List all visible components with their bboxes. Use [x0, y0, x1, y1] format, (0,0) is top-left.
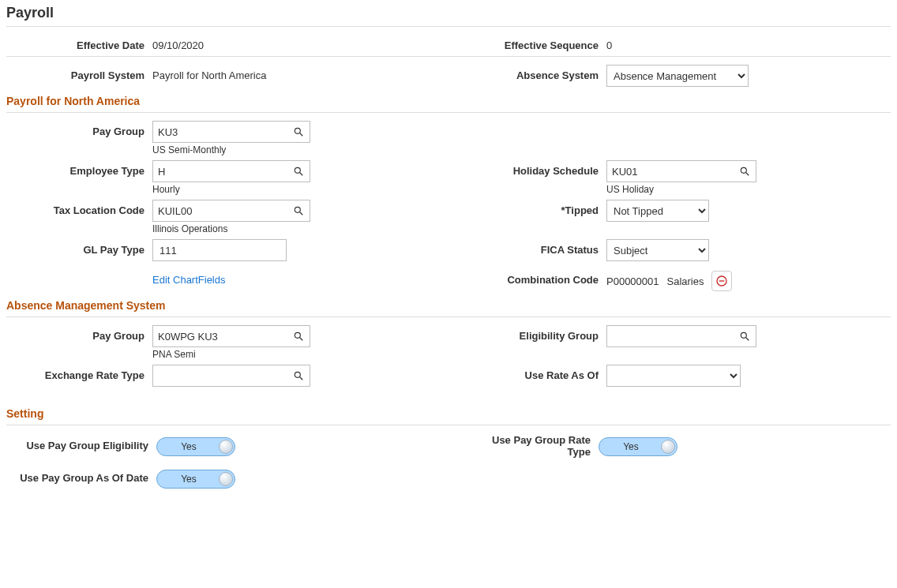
pay-group-input[interactable] — [153, 123, 287, 141]
effective-sequence-label: Effective Sequence — [452, 35, 606, 51]
pay-group-desc: US Semi-Monthly — [152, 143, 452, 155]
ams-pay-group-label: Pay Group — [6, 325, 152, 342]
delete-combination-button[interactable] — [711, 271, 732, 291]
gl-pay-type-label: GL Pay Type — [6, 239, 152, 256]
setting-section-title: Setting — [6, 403, 891, 423]
combination-code-desc: Salaries — [667, 275, 704, 287]
use-rate-as-of-select[interactable] — [606, 365, 741, 387]
search-icon[interactable] — [734, 326, 756, 346]
divider — [6, 425, 891, 425]
use-pg-as-of-date-label: Use Pay Group As Of Date — [6, 473, 156, 485]
use-rate-as-of-label: Use Rate As Of — [452, 365, 606, 381]
eligibility-group-label: Eligibility Group — [452, 325, 606, 342]
toggle-knob-icon — [219, 472, 233, 486]
page-title: Payroll — [6, 3, 891, 24]
effective-date-value: 09/10/2020 — [152, 35, 452, 51]
toggle-knob-icon — [661, 440, 675, 454]
fica-status-select[interactable]: Subject — [606, 239, 709, 261]
combination-code-label: Combination Code — [452, 266, 606, 286]
ams-pay-group-lookup[interactable] — [152, 325, 310, 347]
use-pg-rate-type-toggle[interactable]: Yes — [599, 437, 677, 456]
divider — [6, 26, 891, 27]
payroll-system-label: Payroll System — [6, 65, 152, 81]
ams-pay-group-desc: PNA Semi — [152, 347, 452, 360]
absence-system-select[interactable]: Absence Management — [606, 65, 749, 87]
gl-pay-type-input[interactable] — [152, 239, 287, 261]
ams-grid: Pay Group PNA Semi Eligibility Group Exc… — [6, 322, 891, 390]
eligibility-group-input[interactable] — [607, 328, 734, 346]
exchange-rate-type-lookup[interactable] — [152, 365, 310, 387]
use-pg-as-of-date-toggle[interactable]: Yes — [156, 470, 235, 489]
tipped-label: *Tipped — [452, 200, 606, 216]
header-grid: Effective Date 09/10/2020 Effective Sequ… — [6, 32, 891, 54]
employee-type-lookup[interactable] — [152, 160, 310, 182]
tax-location-lookup[interactable] — [152, 200, 310, 222]
ams-pay-group-input[interactable] — [153, 328, 287, 346]
absence-system-label: Absence System — [452, 65, 606, 81]
system-grid: Payroll System Payroll for North America… — [6, 62, 891, 90]
pay-group-label: Pay Group — [6, 121, 152, 137]
search-icon[interactable] — [287, 122, 310, 142]
search-icon[interactable] — [287, 200, 310, 221]
combination-code-value: P00000001 — [606, 275, 659, 287]
use-pg-eligibility-label: Use Pay Group Eligibility — [6, 440, 156, 452]
employee-type-desc: Hourly — [152, 182, 452, 195]
pna-section-title: Payroll for North America — [6, 90, 891, 110]
divider — [6, 316, 891, 317]
employee-type-input[interactable] — [153, 163, 287, 181]
tax-location-input[interactable] — [153, 202, 287, 220]
payroll-system-value: Payroll for North America — [152, 65, 452, 81]
tax-location-label: Tax Location Code — [6, 200, 152, 216]
holiday-schedule-label: Holiday Schedule — [452, 160, 606, 177]
exchange-rate-type-label: Exchange Rate Type — [6, 365, 152, 381]
edit-chartfields-link[interactable]: Edit ChartFields — [152, 274, 225, 286]
employee-type-label: Employee Type — [6, 160, 152, 177]
divider — [6, 112, 891, 113]
effective-date-label: Effective Date — [6, 35, 152, 51]
holiday-schedule-lookup[interactable] — [606, 160, 756, 182]
use-pg-rate-type-label: Use Pay Group Rate Type — [472, 435, 599, 459]
setting-grid: Use Pay Group Eligibility Yes Use Pay Gr… — [6, 430, 891, 489]
toggle-knob-icon — [219, 440, 233, 454]
minus-circle-icon — [715, 275, 728, 287]
fica-status-label: FICA Status — [452, 239, 606, 256]
combination-code-row: P00000001 Salaries — [606, 271, 732, 291]
holiday-schedule-input[interactable] — [607, 163, 734, 181]
holiday-schedule-desc: US Holiday — [606, 182, 796, 195]
ams-section-title: Absence Management System — [6, 294, 891, 315]
pay-group-lookup[interactable] — [152, 121, 310, 143]
search-icon[interactable] — [287, 365, 310, 386]
eligibility-group-lookup[interactable] — [606, 325, 756, 347]
effective-sequence-value: 0 — [606, 35, 796, 51]
pna-grid: Pay Group US Semi-Monthly Employee Type … — [6, 118, 891, 294]
exchange-rate-type-input[interactable] — [153, 367, 287, 385]
divider — [6, 56, 891, 57]
search-icon[interactable] — [734, 161, 756, 182]
use-pg-eligibility-toggle[interactable]: Yes — [156, 437, 235, 456]
tipped-select[interactable]: Not Tipped — [606, 200, 709, 222]
tax-location-desc: Illinois Operations — [152, 222, 452, 234]
search-icon[interactable] — [287, 326, 310, 346]
search-icon[interactable] — [287, 161, 310, 182]
